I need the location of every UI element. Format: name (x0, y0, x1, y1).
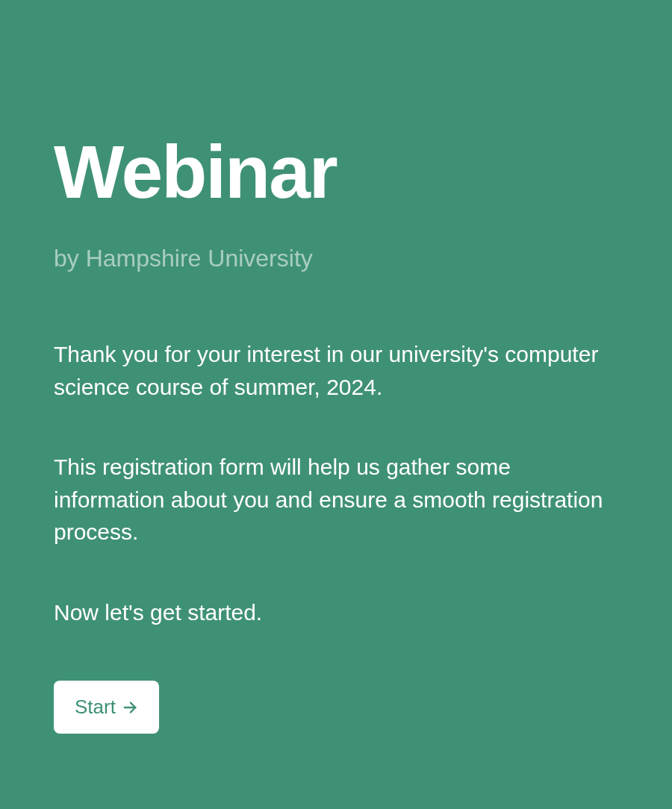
intro-paragraph-3: Now let's get started. (54, 596, 618, 629)
start-button-label: Start (75, 696, 116, 719)
intro-paragraph-1: Thank you for your interest in our unive… (54, 338, 618, 403)
page-subtitle: by Hampshire University (54, 245, 618, 272)
intro-paragraph-2: This registration form will help us gath… (54, 451, 618, 549)
page-title: Webinar (54, 134, 618, 209)
start-button[interactable]: Start (54, 681, 159, 734)
arrow-right-icon (122, 699, 138, 716)
